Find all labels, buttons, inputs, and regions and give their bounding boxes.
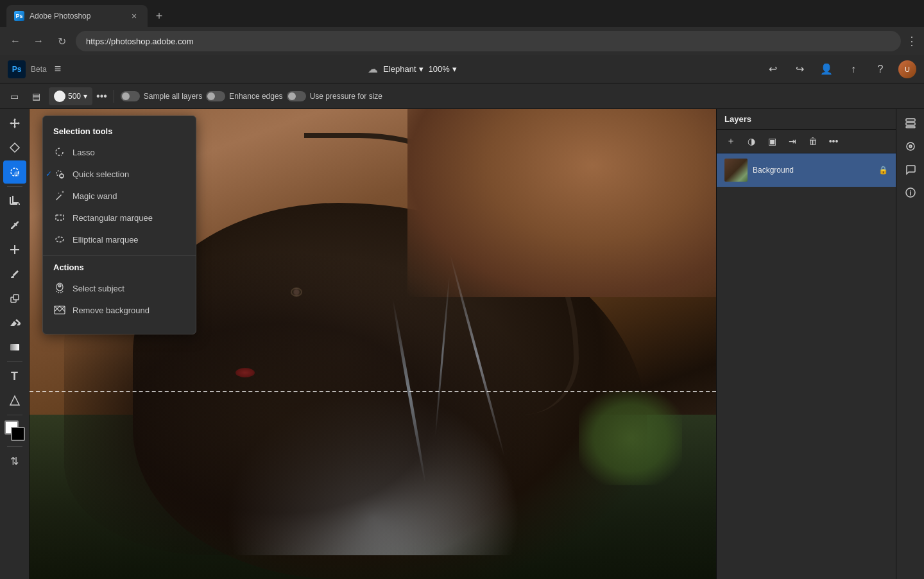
forward-button[interactable]: → bbox=[30, 32, 47, 50]
main-area: T ⇅ bbox=[0, 109, 924, 579]
svg-rect-9 bbox=[56, 215, 64, 220]
magic-wand-icon bbox=[53, 189, 66, 202]
app-header: Ps Beta ≡ ☁ Elephant ▾ 100% ▾ ↩ ↪ 👤 ↑ ? … bbox=[0, 55, 924, 83]
sample-all-layers-toggle[interactable]: Sample all layers bbox=[121, 91, 202, 101]
tool-separator-2 bbox=[7, 361, 22, 362]
nav-bar: ← → ↻ ⋮ bbox=[0, 27, 924, 55]
redo-button[interactable]: ↪ bbox=[791, 60, 809, 78]
delete-layer-button[interactable]: 🗑 bbox=[805, 134, 821, 149]
tool-separator-3 bbox=[7, 415, 22, 415]
svg-rect-4 bbox=[13, 295, 19, 300]
background-layer-item[interactable]: Background 🔒 bbox=[717, 153, 896, 187]
remove-background-label: Remove background bbox=[73, 306, 150, 315]
lasso-label: Lasso bbox=[73, 148, 95, 157]
header-actions: ↩ ↪ 👤 ↑ ? U bbox=[764, 60, 916, 78]
brush-tool-button[interactable] bbox=[3, 263, 26, 286]
hand-tool-button[interactable]: ⇅ bbox=[3, 449, 26, 472]
crop-tool-button[interactable] bbox=[3, 189, 26, 212]
mask-button[interactable]: ▣ bbox=[764, 134, 780, 149]
user-icon[interactable]: 👤 bbox=[817, 60, 835, 78]
text-tool-button[interactable]: T bbox=[3, 365, 26, 388]
rect-marquee-label: Rectangular marquee bbox=[73, 213, 153, 223]
layers-more-button[interactable]: ••• bbox=[826, 134, 841, 149]
brush-size-dropdown-icon: ▾ bbox=[83, 92, 87, 101]
reload-button[interactable]: ↻ bbox=[53, 32, 71, 50]
new-tab-button[interactable]: + bbox=[150, 7, 168, 25]
adjustment-panel-toggle[interactable] bbox=[900, 136, 921, 157]
actions-section: Actions Select subject Remove backgro bbox=[43, 260, 196, 321]
svg-point-18 bbox=[909, 145, 912, 148]
browser-chrome: Ps Adobe Photoshop × + ← → ↻ ⋮ bbox=[0, 0, 924, 55]
brush-preview bbox=[54, 91, 65, 102]
lasso-tool-item[interactable]: Lasso bbox=[43, 141, 196, 163]
tab-title: Adobe Photoshop bbox=[30, 12, 123, 21]
comments-panel-toggle[interactable] bbox=[900, 159, 921, 180]
brush-size-value: 500 bbox=[68, 92, 81, 101]
more-options-button[interactable]: ••• bbox=[96, 91, 107, 102]
remove-background-item[interactable]: Remove background bbox=[43, 299, 196, 321]
ellip-marquee-icon bbox=[53, 233, 66, 246]
adjustment-button[interactable]: ◑ bbox=[744, 134, 759, 149]
quick-select-tool-button[interactable] bbox=[3, 160, 26, 184]
eraser-tool-button[interactable] bbox=[3, 311, 26, 334]
svg-rect-14 bbox=[906, 119, 915, 121]
color-swatch[interactable] bbox=[4, 420, 25, 441]
tab-bar: Ps Adobe Photoshop × + bbox=[0, 0, 924, 27]
sample-all-layers-label: Sample all layers bbox=[144, 92, 202, 101]
layers-panel-title: Layers bbox=[724, 114, 888, 124]
undo-button[interactable]: ↩ bbox=[764, 60, 782, 78]
add-select-tool[interactable]: ▭ bbox=[5, 87, 23, 105]
tab-close-button[interactable]: × bbox=[128, 10, 140, 22]
avatar[interactable]: U bbox=[898, 60, 916, 78]
url-bar[interactable] bbox=[76, 31, 901, 51]
use-pressure-toggle[interactable]: Use pressure for size bbox=[287, 91, 382, 101]
hamburger-menu-button[interactable]: ≡ bbox=[55, 62, 62, 76]
back-button[interactable]: ← bbox=[6, 32, 24, 50]
canvas-area[interactable]: Selection tools Lasso ✓ Q bbox=[30, 109, 716, 579]
add-layer-button[interactable]: ＋ bbox=[723, 134, 739, 149]
pen-tool-button[interactable] bbox=[3, 136, 26, 159]
eyedropper-tool-button[interactable] bbox=[3, 214, 26, 237]
ellip-marquee-item[interactable]: Elliptical marquee bbox=[43, 229, 196, 250]
share-button[interactable]: ↑ bbox=[844, 60, 862, 78]
svg-point-12 bbox=[58, 284, 61, 287]
document-name[interactable]: Elephant ▾ bbox=[383, 64, 423, 74]
rect-marquee-item[interactable]: Rectangular marquee bbox=[43, 207, 196, 229]
doc-dropdown-icon: ▾ bbox=[419, 64, 424, 74]
help-button[interactable]: ? bbox=[871, 60, 889, 78]
zoom-dropdown-icon: ▾ bbox=[452, 64, 457, 74]
quick-selection-label: Quick selection bbox=[73, 169, 129, 179]
selection-tools-section: Selection tools Lasso ✓ Q bbox=[43, 124, 196, 250]
magic-wand-item[interactable]: Magic wand bbox=[43, 185, 196, 207]
beta-label: Beta bbox=[31, 65, 47, 74]
browser-menu-button[interactable]: ⋮ bbox=[906, 34, 918, 48]
move-tool-button[interactable] bbox=[3, 112, 26, 135]
group-button[interactable]: ⇥ bbox=[785, 134, 800, 149]
magic-wand-label: Magic wand bbox=[73, 191, 117, 201]
select-subject-icon bbox=[53, 282, 66, 295]
tool-separator-1 bbox=[7, 186, 22, 187]
subtract-select-tool[interactable]: ▤ bbox=[27, 87, 45, 105]
gradient-tool-button[interactable] bbox=[3, 336, 26, 359]
toolbar-separator bbox=[114, 90, 114, 103]
enhance-edges-toggle[interactable]: Enhance edges bbox=[206, 91, 282, 101]
sample-all-layers-switch[interactable] bbox=[121, 91, 140, 101]
select-subject-item[interactable]: Select subject bbox=[43, 277, 196, 299]
layers-panel-toggle[interactable] bbox=[900, 113, 921, 134]
zoom-level[interactable]: 100% ▾ bbox=[429, 64, 457, 74]
info-panel-toggle[interactable] bbox=[900, 182, 921, 203]
brush-size-control[interactable]: 500 ▾ bbox=[49, 87, 92, 105]
use-pressure-switch[interactable] bbox=[287, 91, 306, 101]
layer-thumbnail bbox=[724, 159, 748, 182]
active-tab[interactable]: Ps Adobe Photoshop × bbox=[6, 5, 148, 27]
quick-selection-icon bbox=[53, 168, 66, 180]
svg-point-7 bbox=[56, 171, 62, 176]
selection-tools-title: Selection tools bbox=[43, 124, 196, 141]
layer-lock-icon: 🔒 bbox=[878, 166, 888, 175]
shape-tool-button[interactable] bbox=[3, 389, 26, 412]
heal-tool-button[interactable] bbox=[3, 238, 26, 261]
enhance-edges-switch[interactable] bbox=[206, 91, 225, 101]
clone-tool-button[interactable] bbox=[3, 287, 26, 310]
background-color[interactable] bbox=[11, 427, 25, 441]
quick-selection-item[interactable]: ✓ Quick selection bbox=[43, 163, 196, 185]
